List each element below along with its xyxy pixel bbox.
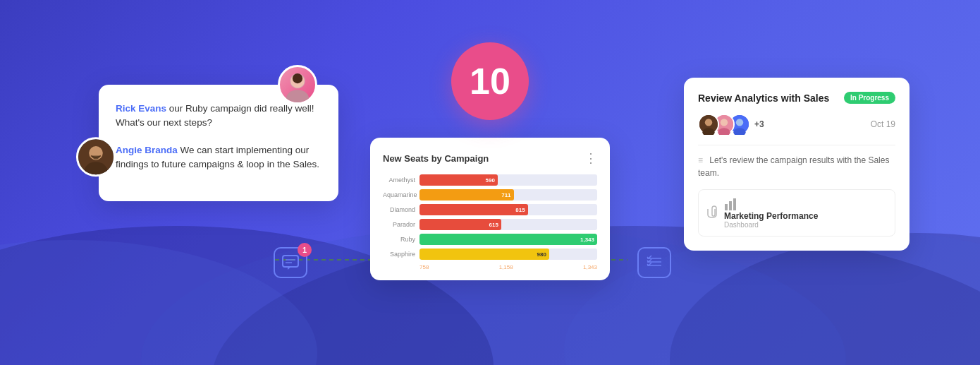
bar-fill-0: 590 [419,174,498,186]
bar-label-4: Ruby [383,236,419,243]
message-icon-box[interactable]: 1 [274,247,307,278]
badge-number: 10 [470,60,510,102]
svg-point-3 [0,240,317,365]
task-title: Review Analytics with Sales [698,92,829,104]
lines-icon: ≡ [698,154,703,167]
bar-label-0: Amethyst [383,176,419,184]
svg-rect-32 [733,198,736,210]
bar-track-4: 1,343 [419,234,597,245]
avatar-task-1 [698,114,719,135]
svg-point-2 [670,233,980,365]
svg-rect-30 [725,204,728,210]
bar-row-aquamarine: Aquamarine 711 [383,189,597,201]
bar-track-5: 980 [419,249,597,260]
task-date: Oct 19 [871,119,895,129]
message-badge: 1 [298,243,312,257]
bar-chart-icon [724,197,738,211]
chat-icon [282,255,299,270]
bar-row-diamond: Diamond 815 [383,204,597,215]
checklist-icon-box[interactable] [637,247,671,278]
paperclip-icon [707,205,717,218]
svg-rect-31 [729,201,732,210]
bar-label-2: Diamond [383,206,419,213]
chart-card: New Seats by Campaign ⋮ Amethyst 590 Aqu… [370,138,610,280]
attachment-clip-icon [707,205,717,221]
center-number-badge: 10 [451,42,529,120]
svg-point-7 [286,90,309,104]
bar-fill-3: 615 [419,219,501,230]
chart-title: New Seats by Campaign [383,153,489,164]
axis-label-2: 1,343 [583,264,597,270]
svg-point-28 [736,119,743,126]
svg-point-9 [293,73,302,83]
chat-name-rick: Rick Evans [116,103,166,114]
checklist-icon [646,255,663,270]
attachment-title: Marketing Performance [724,211,818,221]
bar-track-2: 815 [419,204,597,215]
bar-row-sapphire: Sapphire 980 [383,249,597,260]
axis-label-0: 758 [419,264,429,270]
chat-bubble-2: Angie Branda We can start implementing o… [116,143,321,172]
bar-label-1: Aquamarine [383,191,419,198]
svg-rect-14 [283,256,298,267]
task-meta: +3 Oct 19 [698,114,895,135]
bar-fill-5: 980 [419,249,549,260]
bar-label-5: Sapphire [383,251,419,258]
avatars-group: +3 [698,114,764,135]
chat-card: Rick Evans our Ruby campaign did really … [99,85,338,201]
chat-name-angie: Angie Branda [116,145,178,155]
task-card: Review Analytics with Sales In Progress [684,78,909,251]
avatar-count: +3 [754,119,764,129]
svg-point-22 [705,119,712,126]
axis-label-1: 1,158 [499,264,513,270]
chart-header: New Seats by Campaign ⋮ [383,150,597,166]
status-badge: In Progress [844,92,895,104]
checklist-icon-container[interactable] [637,247,671,278]
bar-fill-1: 711 [419,189,514,201]
bar-row-amethyst: Amethyst 590 [383,174,597,186]
bar-track-3: 615 [419,219,597,230]
bar-track-0: 590 [419,174,597,186]
bar-fill-2: 815 [419,204,528,215]
bar-row-parador: Parador 615 [383,219,597,230]
task-description-text: Let's review the campaign results with t… [698,155,889,178]
svg-point-25 [721,119,728,126]
attachment-subtitle: Dashboard [724,221,818,229]
bar-fill-4: 1,343 [419,234,597,245]
avatar-angie [76,137,116,176]
bar-label-3: Parador [383,221,419,228]
attachment-info: Marketing Performance Dashboard [724,197,818,229]
chart-axis: 758 1,158 1,343 [383,264,597,270]
chat-bubble-1: Rick Evans our Ruby campaign did really … [116,102,321,131]
task-attachment[interactable]: Marketing Performance Dashboard [698,189,895,237]
task-header: Review Analytics with Sales In Progress [698,92,895,104]
task-description: ≡ Let's review the campaign results with… [698,145,895,179]
chart-menu-icon[interactable]: ⋮ [584,150,597,166]
avatar-rick [278,65,317,104]
bar-track-1: 711 [419,189,597,201]
bar-row-ruby: Ruby 1,343 [383,234,597,245]
message-icon-container[interactable]: 1 [274,247,307,278]
